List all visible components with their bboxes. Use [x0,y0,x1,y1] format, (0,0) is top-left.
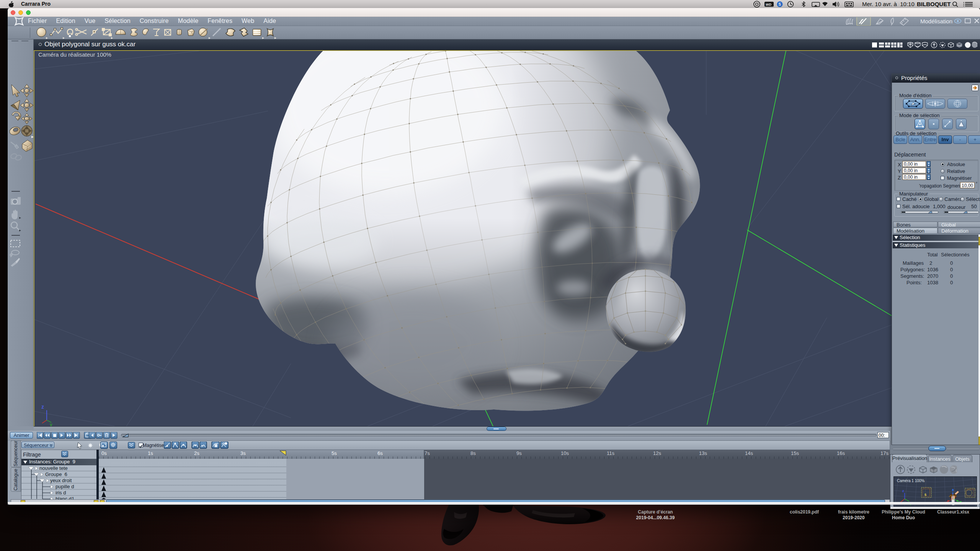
svg-text:Caméra du réalisateur 100%: Caméra du réalisateur 100% [38,51,111,58]
svg-text:1s: 1s [148,450,153,456]
svg-text:13s: 13s [699,450,707,456]
svg-text:10s: 10s [561,450,569,456]
svg-text:2s: 2s [194,450,199,456]
svg-text:yeux droit: yeux droit [50,478,72,483]
svg-text:8s: 8s [470,450,476,456]
svg-text:17s: 17s [880,450,889,456]
svg-text:16s: 16s [837,450,845,456]
svg-text:nouvelle tete: nouvelle tete [39,465,68,471]
svg-text:S: S [779,2,781,7]
svg-text:12s: 12s [653,450,661,456]
svg-text:11s: 11s [607,450,614,456]
svg-text:Caméra 1 100%: Caméra 1 100% [897,479,924,483]
svg-text:5s: 5s [332,450,337,456]
svg-text:6s: 6s [377,450,383,456]
svg-text:3s: 3s [240,450,246,456]
svg-text:z: z [41,404,44,410]
svg-text:5: 5 [924,493,926,497]
svg-text:pupille d: pupille d [56,484,74,489]
svg-text:14s: 14s [745,450,753,456]
svg-text:15s: 15s [791,450,799,456]
svg-text:Groupe 6: Groupe 6 [45,471,67,477]
svg-text:0s: 0s [101,450,107,456]
svg-text:7s: 7s [425,450,430,456]
svg-text:WD: WD [766,3,771,7]
svg-text:z: z [902,489,904,493]
svg-text:9s: 9s [516,450,522,456]
svg-text:iris d: iris d [56,490,66,496]
svg-text:y: y [50,422,52,426]
